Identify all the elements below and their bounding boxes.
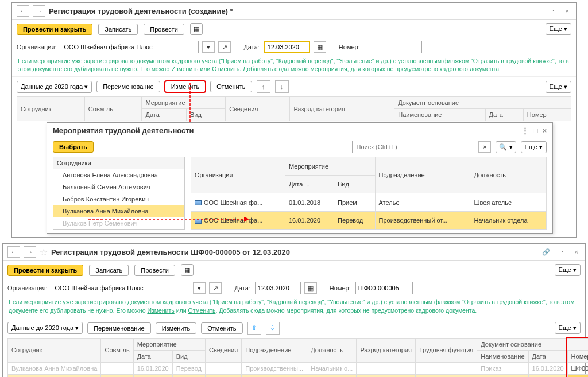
org-input[interactable] xyxy=(52,282,189,294)
dialog-more-button[interactable]: Еще ▾ xyxy=(521,141,547,153)
window-title: Регистрация трудовой деятельности (созда… xyxy=(49,7,544,15)
move-up-icon[interactable]: ⇧ xyxy=(247,322,261,335)
post-button[interactable]: Провести xyxy=(134,265,175,276)
menu-icon[interactable]: ⋮ xyxy=(548,7,559,15)
star-icon[interactable]: ☆ xyxy=(40,247,48,258)
search-icon[interactable]: 🔍 ▾ xyxy=(496,141,516,153)
org-dropdown-icon[interactable]: ▾ xyxy=(202,41,215,53)
post-button[interactable]: Провести xyxy=(144,24,184,35)
close-icon[interactable]: × xyxy=(563,7,571,15)
link-icon[interactable]: 🔗 xyxy=(540,248,552,256)
change-button[interactable]: Изменить xyxy=(156,322,197,334)
main-table[interactable]: Сотрудник Совм-ль Мероприятие Сведения П… xyxy=(7,338,588,377)
info-text: Если мероприятие уже зарегистрировано до… xyxy=(3,297,585,317)
move-down-icon[interactable]: ⇩ xyxy=(266,322,280,335)
more-button[interactable]: Еще ▾ xyxy=(555,264,581,276)
cancel-button[interactable]: Отменить xyxy=(210,81,252,92)
search-input[interactable] xyxy=(352,141,478,153)
report-icon[interactable]: ▦ xyxy=(181,264,194,276)
list-item[interactable]: Антонова Елена Александровна xyxy=(53,169,184,181)
dialog-close-icon[interactable]: × xyxy=(542,126,547,135)
date-label: Дата: xyxy=(234,285,250,292)
more-button-2[interactable]: Еще ▾ xyxy=(546,81,571,93)
date-input[interactable] xyxy=(255,282,301,294)
dialog-max-icon[interactable]: □ xyxy=(533,126,538,135)
list-item[interactable]: Балконный Семен Артемович xyxy=(53,181,184,193)
table-row[interactable]: ООО Швейная фа... 16.01.2020Перевод Прои… xyxy=(191,211,547,230)
rename-button[interactable]: Переименование xyxy=(87,322,150,334)
close-icon[interactable]: × xyxy=(572,248,581,256)
list-item[interactable]: Вулканова Анна Михайловна xyxy=(53,205,184,217)
post-and-close-button[interactable]: Провести и закрыть xyxy=(7,265,83,276)
info-cancel-link[interactable]: Отменить xyxy=(212,65,239,72)
info-text: Если мероприятие уже зарегистрировано до… xyxy=(12,56,576,76)
events-table[interactable]: Сотрудник Совм-ль Мероприятие Сведения Р… xyxy=(17,96,571,121)
nav-forward-button[interactable]: → xyxy=(33,5,45,17)
search-clear-icon[interactable]: × xyxy=(478,141,491,153)
document-icon xyxy=(195,200,202,205)
number-input[interactable] xyxy=(355,282,413,294)
org-dropdown-icon[interactable]: ▾ xyxy=(193,282,206,294)
calendar-icon[interactable]: ▦ xyxy=(314,41,326,53)
employee-list-header: Сотрудники xyxy=(53,157,184,169)
org-input[interactable] xyxy=(61,41,199,53)
data-before-button[interactable]: Данные до 2020 года ▾ xyxy=(7,322,83,334)
dialog-title: Мероприятия трудовой деятельности xyxy=(53,126,194,135)
move-down-icon[interactable]: ↓ xyxy=(275,80,289,93)
date-input[interactable] xyxy=(264,41,310,53)
org-open-icon[interactable]: ↗ xyxy=(218,41,231,53)
employee-list[interactable]: Сотрудники Антонова Елена Александровна … xyxy=(53,157,185,230)
rename-button[interactable]: Переименование xyxy=(96,81,160,92)
nav-forward-button[interactable]: → xyxy=(24,246,36,258)
report-icon[interactable]: ▦ xyxy=(190,23,203,35)
calendar-icon[interactable]: ▦ xyxy=(304,282,317,294)
org-label: Организация: xyxy=(17,44,56,50)
date-label: Дата: xyxy=(243,44,259,50)
document-icon xyxy=(195,219,202,224)
window-title: Регистрация трудовой деятельности ШФ00-0… xyxy=(51,248,536,256)
nav-back-button[interactable]: ← xyxy=(7,246,20,258)
number-label: Номер: xyxy=(330,285,351,292)
more-button-2[interactable]: Еще ▾ xyxy=(555,322,581,334)
menu-icon[interactable]: ⋮ xyxy=(557,248,568,256)
number-label: Номер: xyxy=(339,44,360,50)
move-up-icon[interactable]: ↑ xyxy=(257,80,270,93)
table-row[interactable]: Вулканова Анна Михайловна 16.01.2020Пере… xyxy=(8,362,589,374)
list-item[interactable]: Вулаков Петр Семенович xyxy=(53,217,184,229)
number-input[interactable] xyxy=(365,41,422,53)
dialog-menu-icon[interactable]: ⋮ xyxy=(521,126,529,135)
event-detail-table[interactable]: Организация Мероприятие Подразделение До… xyxy=(191,157,547,230)
events-dialog: Мероприятия трудовой деятельности ⋮ □ × … xyxy=(47,122,553,234)
cancel-button[interactable]: Отменить xyxy=(201,322,242,334)
post-and-close-button[interactable]: Провести и закрыть xyxy=(17,24,92,35)
table-row[interactable]: ООО Швейная фа... 01.01.2018Прием Ателье… xyxy=(191,193,547,212)
write-button[interactable]: Записать xyxy=(98,24,138,35)
list-item[interactable]: Бобров Константин Игоревич xyxy=(53,193,184,205)
select-button[interactable]: Выбрать xyxy=(53,141,94,153)
write-button[interactable]: Записать xyxy=(89,265,129,276)
data-before-button[interactable]: Данные до 2020 года ▾ xyxy=(17,81,92,93)
org-open-icon[interactable]: ↗ xyxy=(209,282,222,294)
more-button[interactable]: Еще ▾ xyxy=(546,23,571,35)
info-cancel-link[interactable]: Отменить xyxy=(188,307,215,314)
nav-back-button[interactable]: ← xyxy=(17,5,29,17)
table-row[interactable]: Вулканова Анна Михайловна 16.01.2020Пере… xyxy=(8,374,589,377)
info-change-link[interactable]: Изменить xyxy=(171,65,198,72)
change-button[interactable]: Изменить xyxy=(165,81,206,92)
info-change-link[interactable]: Изменить xyxy=(147,307,174,314)
org-label: Организация: xyxy=(7,285,47,292)
